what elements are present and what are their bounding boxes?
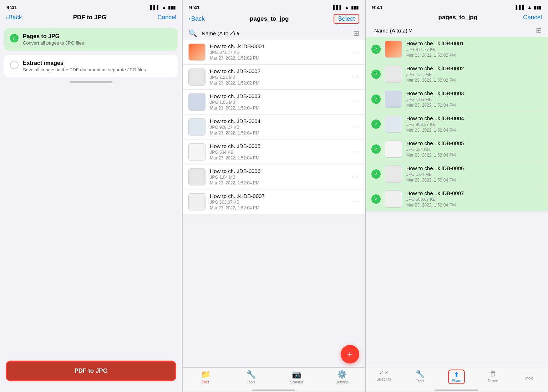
more-icon-5[interactable]: ··· (352, 148, 359, 156)
file-thumb-5 (188, 143, 206, 161)
cancel-button-3[interactable]: Cancel (523, 14, 542, 21)
more-icon-3[interactable]: ··· (352, 98, 359, 106)
fab-add-button[interactable]: + (341, 345, 359, 363)
nav-bar-2: ‹ Back pages_to_jpg Select (183, 12, 365, 27)
tab-settings[interactable]: ⚙️ Settings (319, 370, 365, 384)
tab-files[interactable]: 📁 Files (183, 370, 228, 384)
sort-label-3[interactable]: Name (A to Z) ∨ (371, 27, 532, 34)
option-check-1: ✓ (10, 34, 19, 42)
option-item-extract-images[interactable]: Extract images Save all images in the PD… (4, 55, 178, 77)
sel-file-item-3[interactable]: ✓ How to che...k iDB-0003 JPG 1.05 MB Ma… (366, 87, 548, 112)
sel-date-5: Mar 23, 2022, 1:52:04 PM (406, 153, 542, 158)
more-dots-icon: ··· (526, 370, 533, 375)
status-bar-3: 9:41 ▌▌▌ ▲ ▮▮▮ (366, 0, 548, 12)
more-icon-1[interactable]: ··· (352, 48, 359, 56)
sel-check-1: ✓ (371, 45, 381, 54)
sel-date-1: Mar 23, 2022, 1:52:02 PM (406, 53, 542, 58)
cancel-button-1[interactable]: Cancel (157, 14, 176, 21)
select-all-icon: ✓✓ (379, 370, 389, 376)
sel-name-5: How to che...k iDB-0005 (406, 140, 542, 146)
more-icon-4[interactable]: ··· (352, 123, 359, 131)
more-icon-6[interactable]: ··· (352, 173, 359, 180)
sel-tab-delete[interactable]: 🗑 Delete (475, 370, 511, 384)
search-icon-2[interactable]: 🔍 (188, 29, 197, 37)
sel-name-6: How to che...k iDB-0006 (406, 165, 542, 171)
share-icon: ⬆ (454, 371, 459, 379)
sel-date-2: Mar 23, 2022, 1:52:02 PM (406, 78, 542, 83)
file-meta-7: JPG 663.07 KB (210, 200, 347, 205)
option-check-2 (10, 61, 19, 69)
home-bar-2 (252, 390, 295, 391)
file-date-5: Mar 23, 2022, 1:52:04 PM (210, 156, 347, 161)
sel-tab-select-all-label: Select all (376, 377, 391, 381)
file-item-4[interactable]: How to ch...iDB-0004 JPG 908.27 KB Mar 2… (183, 114, 365, 139)
sel-tools-icon: 🔧 (416, 370, 425, 378)
status-icons-1: ▌▌▌ ▲ ▮▮▮ (150, 5, 176, 10)
sel-file-item-7[interactable]: ✓ How to che...k iDB-0007 JPG 663.07 KB … (366, 187, 548, 212)
signal-icon: ▌▌▌ (150, 5, 160, 10)
sel-tab-more[interactable]: ··· More (511, 370, 548, 384)
bottom-action-area: PDF to JPG (6, 361, 176, 381)
tab-scanner[interactable]: 📷 Scanner (274, 370, 319, 384)
status-time-3: 9:41 (372, 4, 383, 10)
file-item-2[interactable]: How to ch...iDB-0002 JPG 1.21 MB Mar 23,… (183, 65, 365, 90)
more-icon-2[interactable]: ··· (352, 73, 359, 81)
sel-file-item-2[interactable]: ✓ How to che...k iDB-0002 JPG 1.21 MB Ma… (366, 62, 548, 87)
status-time-2: 9:41 (189, 4, 200, 10)
grid-icon-3[interactable]: ⊞ (536, 26, 542, 35)
file-item-3[interactable]: How to ch...iDB-0003 JPG 1.05 MB Mar 23,… (183, 90, 365, 114)
sel-tab-share[interactable]: ⬆ Share (438, 370, 475, 384)
file-item-5[interactable]: How to ch...iDB-0005 JPG 534 KB Mar 23, … (183, 139, 365, 164)
battery-icon-3: ▮▮▮ (534, 5, 541, 10)
wifi-icon: ▲ (162, 5, 166, 10)
file-item-1[interactable]: How to ch...k iDB-0001 JPG 871.77 KB Mar… (183, 40, 365, 65)
sel-info-6: How to che...k iDB-0006 JPG 1.04 MB Mar … (406, 165, 542, 183)
file-item-6[interactable]: How to ch...iDB-0006 JPG 1.04 MB Mar 23,… (183, 164, 365, 189)
chevron-left-icon: ‹ (6, 14, 8, 21)
option-desc-1: Convert all pages to JPG files (23, 40, 84, 46)
more-icon-7[interactable]: ··· (352, 198, 359, 205)
file-thumb-7 (188, 193, 206, 210)
grid-icon-2[interactable]: ⊞ (353, 29, 359, 37)
nav-title-3: pages_to_jpg (438, 14, 478, 21)
option-desc-2: Save all images in the PDF document as s… (23, 67, 146, 72)
file-date-2: Mar 23, 2022, 1:52:02 PM (210, 81, 347, 86)
file-date-1: Mar 23, 2022, 1:52:02 PM (210, 56, 347, 61)
signal-icon-3: ▌▌▌ (516, 5, 526, 10)
file-meta-2: JPG 1.21 MB (210, 75, 347, 80)
sel-info-3: How to che...k iDB-0003 JPG 1.05 MB Mar … (406, 90, 542, 108)
file-thumb-1 (188, 44, 206, 61)
sel-file-item-6[interactable]: ✓ How to che...k iDB-0006 JPG 1.04 MB Ma… (366, 162, 548, 187)
sel-file-item-5[interactable]: ✓ How to che...k iDB-0005 JPG 534 KB Mar… (366, 137, 548, 162)
file-info-5: How to ch...iDB-0005 JPG 534 KB Mar 23, … (210, 143, 347, 161)
file-info-4: How to ch...iDB-0004 JPG 908.27 KB Mar 2… (210, 118, 347, 136)
file-thumb-6 (188, 168, 206, 185)
tab-tools[interactable]: 🔧 Tools (228, 370, 274, 384)
sel-tab-select-all[interactable]: ✓✓ Select all (366, 370, 402, 384)
file-item-7[interactable]: How to ch...k iDB-0007 JPG 663.07 KB Mar… (183, 189, 365, 214)
select-button[interactable]: Select (334, 14, 359, 24)
back-button-2[interactable]: ‹ Back (188, 15, 204, 22)
pdf-to-jpg-button[interactable]: PDF to JPG (6, 361, 176, 381)
sort-label-2[interactable]: Name (A to Z) ∨ (202, 30, 349, 36)
file-name-6: How to ch...iDB-0006 (210, 168, 347, 174)
sel-meta-2: JPG 1.21 MB (406, 72, 542, 77)
settings-icon: ⚙️ (337, 370, 347, 379)
back-button-1[interactable]: ‹ Back (6, 14, 22, 21)
home-indicator-2 (183, 390, 365, 392)
status-icons-3: ▌▌▌ ▲ ▮▮▮ (516, 5, 541, 10)
sel-tab-tools[interactable]: 🔧 Tools (402, 370, 438, 384)
option-content-2: Extract images Save all images in the PD… (23, 60, 146, 72)
option-item-pages-to-jpg[interactable]: ✓ Pages to JPG Convert all pages to JPG … (4, 28, 178, 51)
sel-file-item-4[interactable]: ✓ How to che...k iDB-0004 JPG 908.27 KB … (366, 112, 548, 137)
sel-tab-delete-label: Delete (488, 379, 498, 383)
sel-file-item-1[interactable]: ✓ How to che...k iDB-0001 JPG 871.77 KB … (366, 37, 548, 62)
sel-tab-share-label: Share (452, 379, 461, 383)
sel-check-5: ✓ (371, 144, 381, 154)
sel-meta-4: JPG 908.27 KB (406, 122, 542, 127)
sel-thumb-4 (385, 116, 402, 133)
sel-info-1: How to che...k iDB-0001 JPG 871.77 KB Ma… (406, 40, 542, 58)
sel-thumb-7 (385, 190, 402, 208)
search-sort-bar-3: Name (A to Z) ∨ ⊞ (366, 24, 548, 37)
file-meta-6: JPG 1.04 MB (210, 175, 347, 180)
